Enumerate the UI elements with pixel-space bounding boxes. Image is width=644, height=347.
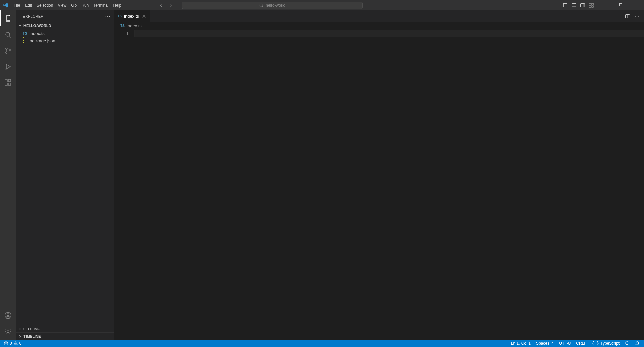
code-content[interactable] xyxy=(135,30,644,340)
status-language-label: TypeScript xyxy=(600,341,620,346)
explorer-title: EXPLORER xyxy=(23,14,44,18)
line-number-gutter: 1 xyxy=(114,30,135,340)
svg-rect-10 xyxy=(589,6,591,7)
json-file-icon: { } xyxy=(22,37,28,44)
status-cursor-position[interactable]: Ln 1, Col 1 xyxy=(510,340,532,347)
window-close-icon[interactable] xyxy=(629,0,644,10)
menu-file[interactable]: File xyxy=(11,0,22,10)
activity-run-debug-icon[interactable] xyxy=(0,59,16,75)
outline-section[interactable]: OUTLINE xyxy=(16,325,114,332)
status-indentation[interactable]: Spaces: 4 xyxy=(535,340,555,347)
warning-count: 0 xyxy=(19,341,22,346)
chevron-down-icon xyxy=(17,23,23,28)
tab-label: index.ts xyxy=(124,14,139,19)
menu-help[interactable]: Help xyxy=(111,0,124,10)
search-text: hello-world xyxy=(266,3,285,8)
vscode-logo-icon xyxy=(0,3,11,8)
status-encoding[interactable]: UTF-8 xyxy=(558,340,572,347)
svg-point-26 xyxy=(7,314,9,316)
activity-explorer-icon[interactable] xyxy=(0,10,16,26)
file-tree-item[interactable]: TS index.ts xyxy=(16,30,114,37)
menu-view[interactable]: View xyxy=(55,0,69,10)
svg-line-1 xyxy=(262,6,263,7)
history-nav xyxy=(157,1,175,9)
layout-controls xyxy=(561,2,595,9)
timeline-section[interactable]: TIMELINE xyxy=(16,332,114,340)
split-editor-icon[interactable] xyxy=(624,13,631,20)
activity-search-icon[interactable] xyxy=(0,26,16,43)
status-notifications-icon[interactable] xyxy=(634,340,641,347)
activity-source-control-icon[interactable] xyxy=(0,43,16,59)
svg-rect-12 xyxy=(604,5,607,5)
activity-accounts-icon[interactable] xyxy=(0,307,16,324)
search-icon xyxy=(259,3,264,8)
editor-area: TS index.ts ⋯ TS index.ts 1 xyxy=(114,10,644,340)
activity-bar xyxy=(0,10,16,340)
line-number: 1 xyxy=(114,30,129,37)
svg-point-0 xyxy=(260,4,262,6)
nav-forward-icon[interactable] xyxy=(167,1,175,9)
svg-point-18 xyxy=(6,52,7,53)
explorer-sidebar: EXPLORER ⋯ HELLO-WORLD TS index.ts { } p… xyxy=(16,10,114,340)
outline-label: OUTLINE xyxy=(23,327,40,331)
svg-rect-7 xyxy=(584,3,585,7)
title-bar: File Edit Selection View Go Run Terminal… xyxy=(0,0,644,10)
status-language[interactable]: { } TypeScript xyxy=(591,340,621,347)
file-name: package.json xyxy=(30,38,55,43)
window-minimize-icon[interactable] xyxy=(598,0,613,10)
editor-tab-bar: TS index.ts ⋯ xyxy=(114,10,644,22)
tab-close-icon[interactable] xyxy=(141,13,147,19)
svg-point-27 xyxy=(7,331,9,333)
menu-go[interactable]: Go xyxy=(69,0,79,10)
status-bar: 0 0 Ln 1, Col 1 Spaces: 4 UTF-8 CRLF { }… xyxy=(0,340,644,347)
svg-rect-14 xyxy=(620,4,623,7)
code-editor[interactable]: 1 xyxy=(114,30,644,340)
status-feedback-icon[interactable] xyxy=(624,340,631,347)
toggle-secondary-sidebar-icon[interactable] xyxy=(579,2,586,9)
error-icon xyxy=(4,341,8,346)
text-cursor xyxy=(135,30,135,37)
timeline-label: TIMELINE xyxy=(23,334,41,338)
menu-run[interactable]: Run xyxy=(79,0,91,10)
toggle-panel-icon[interactable] xyxy=(570,2,578,9)
toggle-primary-sidebar-icon[interactable] xyxy=(561,2,569,9)
error-count: 0 xyxy=(10,341,12,346)
menu-edit[interactable]: Edit xyxy=(22,0,34,10)
file-tree: TS index.ts { } package.json xyxy=(16,30,114,325)
breadcrumb-text: index.ts xyxy=(127,23,142,28)
explorer-more-icon[interactable]: ⋯ xyxy=(105,13,110,19)
customize-layout-icon[interactable] xyxy=(588,2,595,9)
code-line xyxy=(135,30,644,37)
svg-rect-5 xyxy=(572,6,576,7)
window-maximize-icon[interactable] xyxy=(613,0,629,10)
command-center-search[interactable]: hello-world xyxy=(182,2,363,9)
project-name: HELLO-WORLD xyxy=(23,24,51,28)
status-problems[interactable]: 0 0 xyxy=(3,340,22,347)
file-name: index.ts xyxy=(30,31,45,36)
chevron-right-icon xyxy=(17,326,23,332)
status-eol[interactable]: CRLF xyxy=(575,340,587,347)
svg-point-17 xyxy=(6,48,7,49)
editor-tab[interactable]: TS index.ts xyxy=(114,10,151,22)
svg-rect-8 xyxy=(589,3,591,5)
svg-rect-24 xyxy=(8,79,11,82)
menu-selection[interactable]: Selection xyxy=(34,0,55,10)
window-controls xyxy=(598,0,644,10)
svg-rect-22 xyxy=(5,83,7,85)
menu-bar: File Edit Selection View Go Run Terminal… xyxy=(11,0,124,10)
editor-more-icon[interactable]: ⋯ xyxy=(633,13,641,20)
svg-rect-11 xyxy=(592,6,593,7)
file-tree-item[interactable]: { } package.json xyxy=(16,37,114,44)
nav-back-icon[interactable] xyxy=(157,1,165,9)
svg-rect-3 xyxy=(563,3,564,7)
svg-rect-23 xyxy=(8,83,11,85)
breadcrumb[interactable]: TS index.ts xyxy=(114,22,644,30)
svg-line-16 xyxy=(9,36,11,38)
activity-settings-icon[interactable] xyxy=(0,324,16,340)
typescript-file-icon: TS xyxy=(22,32,28,35)
activity-extensions-icon[interactable] xyxy=(0,75,16,91)
menu-terminal[interactable]: Terminal xyxy=(91,0,111,10)
warning-icon xyxy=(13,341,18,346)
explorer-folder-section[interactable]: HELLO-WORLD xyxy=(16,22,114,30)
chevron-right-icon xyxy=(17,334,23,339)
